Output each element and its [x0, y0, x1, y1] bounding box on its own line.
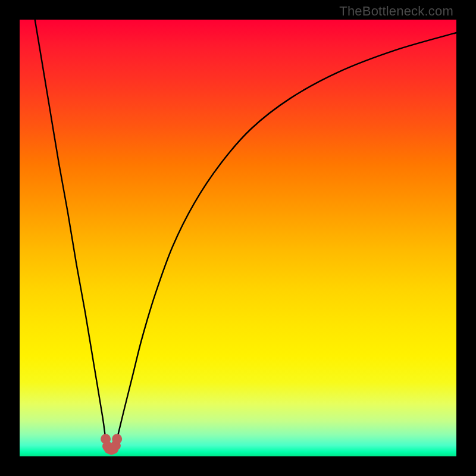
optimal-marker	[101, 434, 122, 455]
optimal-marker-dot	[112, 434, 122, 444]
curve-layer	[20, 20, 456, 456]
bottleneck-curve	[35, 20, 456, 450]
watermark-text: TheBottleneck.com	[339, 4, 453, 19]
chart-frame: TheBottleneck.com	[0, 0, 476, 476]
plot-area	[20, 20, 456, 456]
